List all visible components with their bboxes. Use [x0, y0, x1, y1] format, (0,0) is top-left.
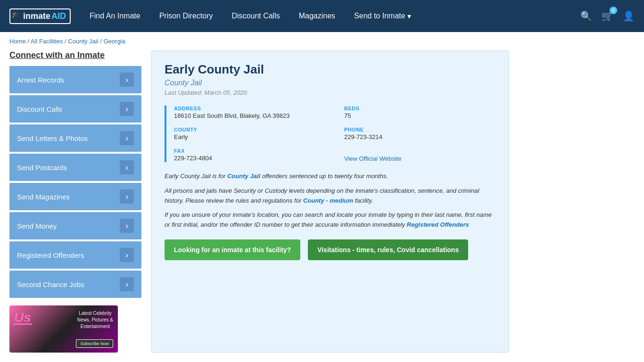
sidebar-title: Connect with an Inmate — [9, 50, 141, 60]
description-1: Early County Jail is for County Jail off… — [165, 172, 495, 181]
breadcrumb-home[interactable]: Home — [9, 38, 26, 45]
facility-last-updated: Last Updated: March 05, 2020 — [165, 89, 495, 96]
nav-magazines[interactable]: Magazines — [299, 12, 335, 20]
main-nav: Find An Inmate Prison Directory Discount… — [90, 12, 566, 21]
sidebar-item-send-magazines[interactable]: Send Magazines › — [9, 183, 141, 210]
facility-name: Early County Jail — [165, 62, 495, 77]
visitations-cta-button[interactable]: Visitations - times, rules, Covid cancel… — [308, 239, 468, 260]
county-value: Early — [174, 133, 325, 140]
nav-send-to-inmate[interactable]: Send to Inmate ▾ — [354, 12, 411, 21]
header-icons: 🔍 🛒 0 👤 — [580, 10, 635, 22]
sidebar-item-discount-calls[interactable]: Discount Calls › — [9, 95, 141, 123]
logo[interactable]: 🎓 inmate AID — [9, 8, 71, 24]
logo-aid-text: AID — [51, 11, 66, 21]
user-icon[interactable]: 👤 — [623, 10, 635, 22]
official-website-link[interactable]: View Official Website — [344, 155, 401, 162]
facility-info-grid: ADDRESS 18610 East South Blvd, Blakely, … — [165, 106, 495, 162]
main-container: Connect with an Inmate Arrest Records › … — [0, 50, 519, 362]
breadcrumb-county-jail[interactable]: County Jail — [68, 38, 98, 45]
facility-content: Early County Jail County Jail Last Updat… — [151, 50, 509, 353]
logo-inmate-text: inmate — [23, 11, 50, 21]
ad-subscribe-button[interactable]: Subscribe Now — [76, 339, 113, 348]
registered-offenders-link[interactable]: Registered Offenders — [407, 221, 469, 228]
chevron-right-icon: › — [120, 102, 134, 116]
address-value: 18610 East South Blvd, Blakely, GA 39823 — [174, 112, 325, 119]
breadcrumb-state[interactable]: Georgia — [103, 38, 125, 45]
fax-value: 229-723-4804 — [174, 155, 325, 162]
ad-underline — [13, 323, 32, 325]
chevron-right-icon: › — [120, 131, 134, 145]
nav-find-inmate[interactable]: Find An Inmate — [90, 12, 140, 20]
sidebar: Connect with an Inmate Arrest Records › … — [9, 50, 141, 353]
county-jail-link-1[interactable]: County Jail — [227, 173, 260, 180]
advertisement: Us Latest Celebrity News, Pictures & Ent… — [9, 305, 118, 353]
logo-hat-icon: 🎓 — [11, 10, 19, 18]
cart-icon[interactable]: 🛒 0 — [602, 10, 613, 22]
chevron-right-icon: › — [120, 160, 134, 174]
fax-block: FAX 229-723-4804 — [174, 148, 325, 162]
chevron-down-icon: ▾ — [407, 12, 411, 21]
beds-block: BEDS 75 — [344, 106, 495, 119]
fax-label: FAX — [174, 148, 325, 154]
chevron-right-icon: › — [120, 277, 134, 291]
address-label: ADDRESS — [174, 106, 325, 111]
cart-badge: 0 — [610, 7, 617, 14]
county-block: COUNTY Early — [174, 127, 325, 140]
beds-value: 75 — [344, 112, 495, 119]
chevron-right-icon: › — [120, 189, 134, 204]
phone-value: 229-723-3214 — [344, 133, 495, 140]
info-grid: ADDRESS 18610 East South Blvd, Blakely, … — [174, 106, 495, 162]
address-block: ADDRESS 18610 East South Blvd, Blakely, … — [174, 106, 325, 119]
cta-buttons: Looking for an inmate at this facility? … — [165, 239, 495, 260]
chevron-right-icon: › — [120, 248, 134, 262]
find-inmate-cta-button[interactable]: Looking for an inmate at this facility? — [165, 239, 300, 260]
nav-prison-directory[interactable]: Prison Directory — [159, 12, 213, 20]
facility-type: County Jail — [165, 79, 495, 87]
phone-block: PHONE 229-723-3214 — [344, 127, 495, 140]
website-block: View Official Website — [344, 148, 495, 162]
sidebar-item-registered-offenders[interactable]: Registered Offenders › — [9, 241, 141, 269]
nav-discount-calls[interactable]: Discount Calls — [231, 12, 280, 20]
sidebar-item-send-money[interactable]: Send Money › — [9, 212, 141, 239]
ad-text: Latest Celebrity News, Pictures & Entert… — [77, 310, 113, 330]
site-header: 🎓 inmate AID Find An Inmate Prison Direc… — [0, 0, 644, 32]
sidebar-item-send-letters[interactable]: Send Letters & Photos › — [9, 124, 141, 152]
county-label: COUNTY — [174, 127, 325, 132]
sidebar-item-send-postcards[interactable]: Send Postcards › — [9, 154, 141, 181]
description-2: All prisons and jails have Security or C… — [165, 186, 495, 206]
breadcrumb-all-facilities[interactable]: All Facilities — [31, 38, 63, 45]
sidebar-item-arrest-records[interactable]: Arrest Records › — [9, 66, 141, 93]
phone-label: PHONE — [344, 127, 495, 132]
chevron-right-icon: › — [120, 219, 134, 233]
description-3: If you are unsure of your inmate's locat… — [165, 210, 495, 230]
county-medium-link[interactable]: County - medium — [303, 197, 353, 204]
sidebar-item-second-chance-jobs[interactable]: Second Chance Jobs › — [9, 271, 141, 298]
chevron-right-icon: › — [120, 73, 134, 87]
search-icon[interactable]: 🔍 — [580, 10, 592, 22]
beds-label: BEDS — [344, 106, 495, 111]
breadcrumb: Home / All Facilities / County Jail / Ge… — [0, 32, 644, 50]
website-label — [344, 148, 495, 154]
